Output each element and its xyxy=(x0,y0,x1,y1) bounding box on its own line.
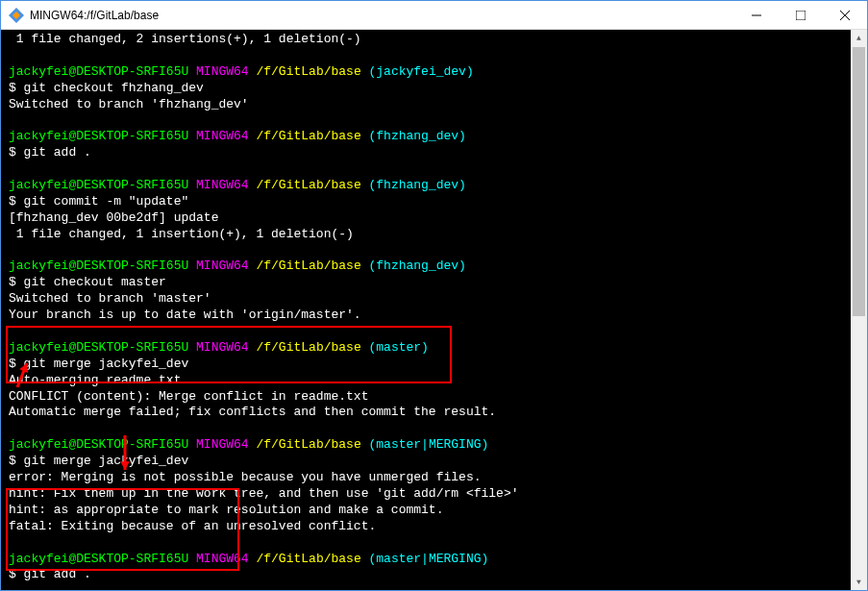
terminal-line: hint: as appropriate to mark resolution … xyxy=(9,503,859,519)
svg-rect-3 xyxy=(796,11,806,20)
terminal-line: jackyfei@DESKTOP-SRFI65U MINGW64 /f/GitL… xyxy=(9,129,859,145)
terminal-line: Automatic merge failed; fix conflicts an… xyxy=(9,405,859,421)
window-title: MINGW64:/f/GitLab/base xyxy=(30,9,734,22)
terminal-line: fatal: Exiting because of an unresolved … xyxy=(9,519,859,535)
scrollbar[interactable]: ▲ ▼ xyxy=(851,30,867,590)
terminal-line: Your branch is up to date with 'origin/m… xyxy=(9,308,859,324)
terminal-line xyxy=(9,48,859,64)
terminal-line: jackyfei@DESKTOP-SRFI65U MINGW64 /f/GitL… xyxy=(9,259,859,275)
maximize-button[interactable] xyxy=(779,1,823,30)
terminal-line: Auto-merging readme.txt xyxy=(9,373,859,389)
terminal-line: $ git checkout fhzhang_dev xyxy=(9,81,859,97)
terminal-line: 1 file changed, 1 insertion(+), 1 deleti… xyxy=(9,227,859,243)
terminal-line xyxy=(9,535,859,552)
terminal-line: Switched to branch 'fhzhang_dev' xyxy=(9,97,859,113)
terminal-line: $ git checkout master xyxy=(9,275,859,291)
window: MINGW64:/f/GitLab/base 1 file changed, 2… xyxy=(0,0,868,591)
terminal-line: $ git add . xyxy=(9,145,859,161)
terminal-wrapper: 1 file changed, 2 insertions(+), 1 delet… xyxy=(1,30,867,590)
close-button[interactable] xyxy=(823,1,867,30)
terminal-line xyxy=(9,421,859,437)
scroll-up-arrow[interactable]: ▲ xyxy=(851,30,867,46)
terminal-line: [fhzhang_dev 00be2df] update xyxy=(9,210,859,227)
terminal-line xyxy=(9,324,859,340)
terminal-line: $ git merge jackyfei_dev xyxy=(9,454,859,470)
terminal-line: error: Merging is not possible because y… xyxy=(9,470,859,486)
terminal-line: jackyfei@DESKTOP-SRFI65U MINGW64 /f/GitL… xyxy=(9,340,859,357)
terminal-line: jackyfei@DESKTOP-SRFI65U MINGW64 /f/GitL… xyxy=(9,64,859,81)
window-controls xyxy=(734,1,867,30)
scrollbar-thumb[interactable] xyxy=(853,47,865,316)
terminal-line: hint: Fix them up in the work tree, and … xyxy=(9,486,859,503)
terminal[interactable]: 1 file changed, 2 insertions(+), 1 delet… xyxy=(1,30,867,590)
minimize-button[interactable] xyxy=(734,1,779,30)
terminal-line: jackyfei@DESKTOP-SRFI65U MINGW64 /f/GitL… xyxy=(9,437,859,454)
terminal-line: Switched to branch 'master' xyxy=(9,291,859,308)
terminal-line: $ git merge jackyfei_dev xyxy=(9,357,859,373)
terminal-line: jackyfei@DESKTOP-SRFI65U MINGW64 /f/GitL… xyxy=(9,178,859,194)
app-icon xyxy=(9,8,24,23)
terminal-line xyxy=(9,112,859,129)
terminal-line xyxy=(9,583,859,590)
terminal-line: $ git add . xyxy=(9,567,859,583)
terminal-line: 1 file changed, 2 insertions(+), 1 delet… xyxy=(9,32,859,48)
terminal-line: $ git commit -m "update" xyxy=(9,194,859,210)
scroll-down-arrow[interactable]: ▼ xyxy=(851,574,867,590)
terminal-line: jackyfei@DESKTOP-SRFI65U MINGW64 /f/GitL… xyxy=(9,552,859,568)
terminal-line xyxy=(9,161,859,178)
titlebar[interactable]: MINGW64:/f/GitLab/base xyxy=(1,1,867,30)
terminal-line: CONFLICT (content): Merge conflict in re… xyxy=(9,389,859,406)
terminal-line xyxy=(9,243,859,259)
